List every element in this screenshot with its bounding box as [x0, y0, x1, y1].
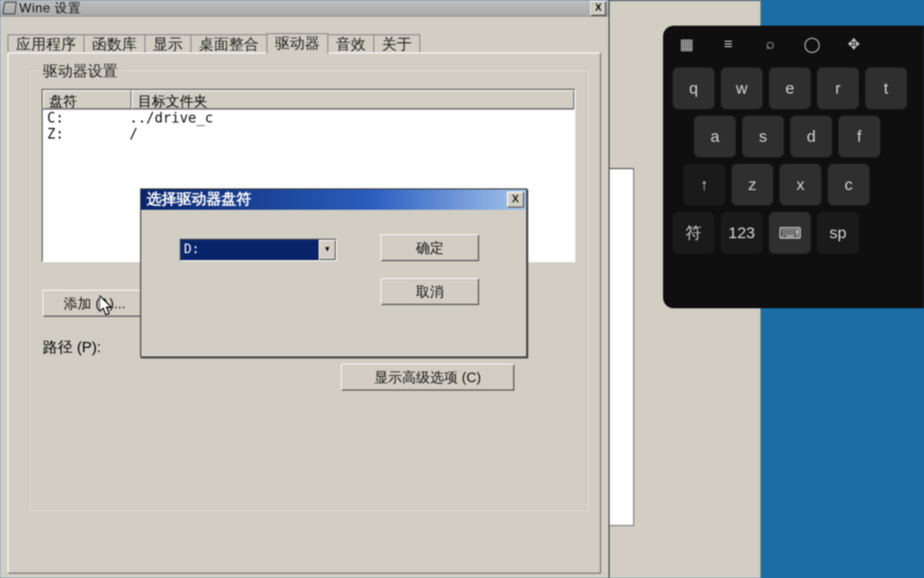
- onscreen-keyboard: ▦ ≡ ⌕ ◯ ✥ q w e r t a s d f ↑ z x c 符 12…: [663, 26, 924, 308]
- key-q[interactable]: q: [673, 67, 714, 109]
- window-title: Wine 设置: [19, 0, 81, 17]
- table-row[interactable]: C: ../drive_c: [43, 110, 574, 126]
- key-keyboard-icon[interactable]: ⌨: [769, 212, 811, 254]
- tab-desktop[interactable]: 桌面整合: [190, 34, 267, 52]
- key-x[interactable]: x: [780, 164, 821, 206]
- key-f[interactable]: f: [838, 116, 880, 157]
- col-target[interactable]: 目标文件夹: [132, 90, 574, 109]
- drive-letter-select[interactable]: D: ▾: [180, 239, 337, 261]
- key-shift[interactable]: ↑: [683, 164, 725, 206]
- tab-audio[interactable]: 音效: [327, 34, 374, 52]
- key-t[interactable]: t: [865, 67, 907, 109]
- grid-icon[interactable]: ▦: [678, 35, 695, 52]
- list-header: 盘符 目标文件夹: [43, 90, 574, 110]
- tab-display[interactable]: 显示: [144, 34, 191, 52]
- add-drive-button[interactable]: 添加 (A)...: [43, 290, 147, 317]
- key-numeric[interactable]: 123: [721, 212, 763, 254]
- key-e[interactable]: e: [769, 67, 811, 109]
- key-a[interactable]: a: [694, 116, 736, 157]
- select-value: D:: [181, 240, 319, 260]
- key-s[interactable]: s: [742, 116, 784, 157]
- circle-icon[interactable]: ◯: [803, 35, 820, 52]
- move-icon[interactable]: ✥: [845, 35, 862, 52]
- tab-about[interactable]: 关于: [373, 34, 420, 52]
- close-icon[interactable]: X: [507, 192, 524, 208]
- chevron-down-icon[interactable]: ▾: [319, 240, 336, 260]
- table-row[interactable]: Z: /: [43, 126, 574, 142]
- col-letter[interactable]: 盘符: [43, 90, 132, 109]
- key-symbol[interactable]: 符: [673, 212, 714, 254]
- tab-libraries[interactable]: 函数库: [83, 34, 145, 52]
- cell-letter: Z:: [47, 126, 129, 142]
- titlebar[interactable]: Wine 设置 X: [0, 0, 609, 17]
- key-d[interactable]: d: [790, 116, 832, 157]
- cell-target: ../drive_c: [129, 110, 213, 126]
- dialog-titlebar[interactable]: 选择驱动器盘符 X: [141, 189, 526, 210]
- advanced-button[interactable]: 显示高级选项 (C): [341, 364, 514, 391]
- wine-icon: [2, 2, 17, 14]
- tab-strip: 应用程序 函数库 显示 桌面整合 驱动器 音效 关于: [7, 33, 419, 51]
- cell-target: /: [129, 126, 138, 142]
- ok-button[interactable]: 确定: [381, 234, 479, 261]
- dialog-title: 选择驱动器盘符: [147, 191, 251, 207]
- tab-applications[interactable]: 应用程序: [7, 34, 84, 52]
- key-z[interactable]: z: [732, 164, 773, 206]
- group-label: 驱动器设置: [40, 61, 121, 81]
- key-r[interactable]: r: [817, 67, 859, 109]
- key-c[interactable]: c: [828, 164, 869, 206]
- menu-icon[interactable]: ≡: [720, 35, 737, 52]
- search-icon[interactable]: ⌕: [761, 35, 779, 52]
- key-w[interactable]: w: [721, 67, 763, 109]
- path-label: 路径 (P):: [43, 337, 101, 358]
- drive-letter-dialog: 选择驱动器盘符 X D: ▾ 确定 取消: [140, 188, 527, 358]
- key-space[interactable]: sp: [817, 212, 859, 254]
- cell-letter: C:: [47, 110, 129, 126]
- cancel-button[interactable]: 取消: [381, 278, 479, 305]
- close-icon[interactable]: X: [590, 1, 606, 16]
- tab-drives[interactable]: 驱动器: [266, 33, 328, 54]
